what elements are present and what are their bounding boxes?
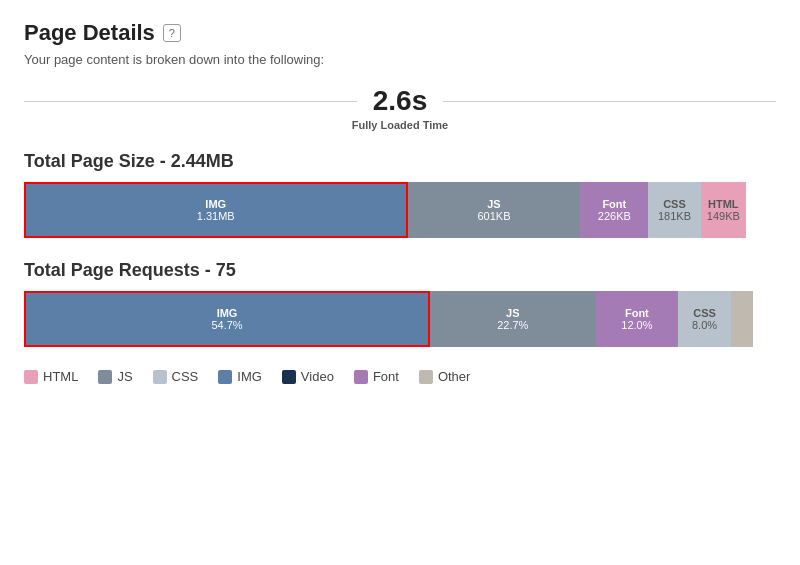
segment-label: JS [487, 198, 500, 210]
timer-line: 2.6s [24, 85, 776, 117]
legend-item-html: HTML [24, 369, 78, 384]
legend-item-css: CSS [153, 369, 199, 384]
legend-label: JS [117, 369, 132, 384]
legend-color-js [98, 370, 112, 384]
bar-segment-html[interactable]: HTML149KB [701, 182, 746, 238]
legend-color-img [218, 370, 232, 384]
bar-segment-img[interactable]: IMG54.7% [24, 291, 430, 347]
legend-item-video: Video [282, 369, 334, 384]
requests-bar[interactable]: IMG54.7%JS22.7%Font12.0%CSS8.0% [24, 291, 776, 347]
bar-segment-css[interactable]: CSS181KB [648, 182, 701, 238]
legend-label: Font [373, 369, 399, 384]
segment-value: 226KB [598, 210, 631, 222]
subtitle: Your page content is broken down into th… [24, 52, 776, 67]
bar-segment-js[interactable]: JS22.7% [430, 291, 595, 347]
legend-label: Other [438, 369, 471, 384]
segment-label: Font [602, 198, 626, 210]
bar-segment-other[interactable] [731, 291, 754, 347]
legend-item-font: Font [354, 369, 399, 384]
bar-segment-css[interactable]: CSS8.0% [678, 291, 731, 347]
size-bar[interactable]: IMG1.31MBJS601KBFont226KBCSS181KBHTML149… [24, 182, 776, 238]
segment-label: IMG [205, 198, 226, 210]
legend-label: Video [301, 369, 334, 384]
legend-item-img: IMG [218, 369, 262, 384]
segment-value: 1.31MB [197, 210, 235, 222]
timer-line-right [443, 101, 776, 102]
segment-label: JS [506, 307, 519, 319]
segment-label: CSS [663, 198, 686, 210]
timer-line-left [24, 101, 357, 102]
legend-label: IMG [237, 369, 262, 384]
timer-section: 2.6s Fully Loaded Time [24, 85, 776, 131]
legend-color-css [153, 370, 167, 384]
legend-color-video [282, 370, 296, 384]
legend-color-other [419, 370, 433, 384]
size-section-header: Total Page Size - 2.44MB [24, 151, 776, 172]
bar-segment-img[interactable]: IMG1.31MB [24, 182, 408, 238]
page-title: Page Details [24, 20, 155, 46]
segment-value: 22.7% [497, 319, 528, 331]
segment-value: 8.0% [692, 319, 717, 331]
timer-label: Fully Loaded Time [24, 119, 776, 131]
legend-label: CSS [172, 369, 199, 384]
segment-value: 601KB [477, 210, 510, 222]
requests-section-header: Total Page Requests - 75 [24, 260, 776, 281]
legend-color-html [24, 370, 38, 384]
page-title-row: Page Details ? [24, 20, 776, 46]
legend-color-font [354, 370, 368, 384]
legend-item-js: JS [98, 369, 132, 384]
segment-label: CSS [693, 307, 716, 319]
segment-value: 54.7% [211, 319, 242, 331]
timer-value: 2.6s [357, 85, 444, 117]
help-badge[interactable]: ? [163, 24, 181, 42]
legend: HTMLJSCSSIMGVideoFontOther [24, 369, 776, 384]
segment-label: IMG [217, 307, 238, 319]
segment-label: Font [625, 307, 649, 319]
segment-value: 149KB [707, 210, 740, 222]
legend-item-other: Other [419, 369, 471, 384]
bar-segment-font[interactable]: Font226KB [580, 182, 648, 238]
segment-value: 12.0% [621, 319, 652, 331]
legend-label: HTML [43, 369, 78, 384]
segment-value: 181KB [658, 210, 691, 222]
bar-segment-js[interactable]: JS601KB [408, 182, 581, 238]
segment-label: HTML [708, 198, 739, 210]
bar-segment-font[interactable]: Font12.0% [596, 291, 679, 347]
